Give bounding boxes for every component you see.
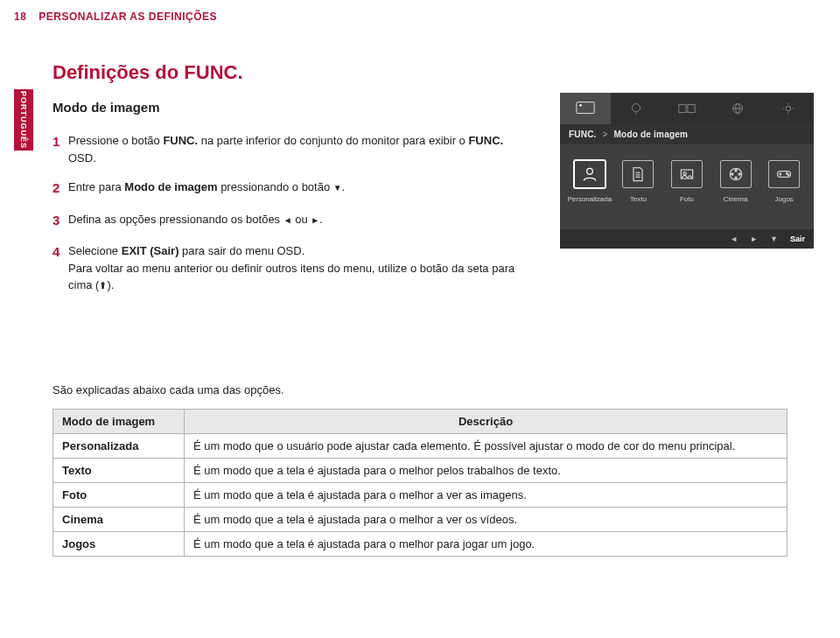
triangle-right-icon xyxy=(311,213,319,226)
document-icon xyxy=(622,160,654,188)
osd-mode-jogos[interactable]: Jogos xyxy=(761,160,807,203)
options-table: Modo de imagem Descrição PersonalizadaÉ … xyxy=(52,409,788,557)
osd-mode-texto[interactable]: Texto xyxy=(615,160,661,203)
svg-point-22 xyxy=(734,177,736,179)
nav-left-icon[interactable]: ◄ xyxy=(730,235,738,243)
page-header: 18 PERSONALIZAR AS DEFINIÇÕES xyxy=(0,0,840,28)
osd-panel: FUNC. > Modo de imagem Personalizada Tex… xyxy=(560,93,814,249)
svg-point-2 xyxy=(632,104,640,112)
dual-screen-icon xyxy=(677,101,696,116)
film-reel-icon xyxy=(720,160,752,188)
osd-mode-personalizada[interactable]: Personalizada xyxy=(567,160,612,203)
gamepad-icon xyxy=(768,160,800,188)
osd-tab-web[interactable] xyxy=(712,93,763,124)
osd-tab-dual[interactable] xyxy=(662,93,712,124)
table-row: Jogos É um modo que a tela é ajustada pa… xyxy=(53,532,788,557)
step-number: 1 xyxy=(52,132,68,166)
steps-list: 1 Pressione o botão FUNC. na parte infer… xyxy=(52,132,525,294)
globe-icon xyxy=(728,101,747,116)
osd-tab-bar xyxy=(560,93,814,124)
bulb-icon xyxy=(626,101,646,116)
svg-point-1 xyxy=(579,104,582,107)
step-1: 1 Pressione o botão FUNC. na parte infer… xyxy=(52,132,525,166)
table-header-desc: Descrição xyxy=(185,410,788,434)
step-2: 2 Entre para Modo de imagem pressionando… xyxy=(52,179,525,199)
explanation-section: São explicadas abaixo cada uma das opçõe… xyxy=(52,383,788,557)
main-content: Definições do FUNC. Modo de imagem 1 Pre… xyxy=(52,61,525,306)
svg-rect-0 xyxy=(577,102,594,114)
svg-point-30 xyxy=(788,174,789,176)
table-header-mode: Modo de imagem xyxy=(53,410,185,434)
gear-icon xyxy=(779,101,798,116)
person-icon xyxy=(574,160,606,188)
osd-tab-bulb[interactable] xyxy=(611,93,662,124)
section-title: PERSONALIZAR AS DEFINIÇÕES xyxy=(38,11,217,23)
table-row: TextoÉ um modo que a tela é ajustada par… xyxy=(53,459,788,483)
triangle-down-icon xyxy=(333,180,342,193)
picture-mode-icon xyxy=(576,101,595,116)
page-title: Definições do FUNC. xyxy=(52,61,525,84)
svg-point-24 xyxy=(738,173,740,175)
osd-exit-button[interactable]: Sair xyxy=(790,235,805,243)
svg-point-14 xyxy=(586,168,592,174)
svg-point-23 xyxy=(731,173,732,175)
step-4: 4 Selecione EXIT (Sair) para sair do men… xyxy=(52,242,525,294)
table-row: CinemaÉ um modo que a tela é ajustada pa… xyxy=(53,508,788,532)
step-number: 4 xyxy=(52,242,68,294)
svg-rect-4 xyxy=(679,104,686,112)
step-number: 3 xyxy=(52,211,68,231)
svg-point-21 xyxy=(734,170,736,172)
step-number: 2 xyxy=(52,179,68,199)
osd-breadcrumb: FUNC. > Modo de imagem xyxy=(560,124,814,144)
explanation-lead: São explicadas abaixo cada uma das opçõe… xyxy=(52,383,788,396)
svg-rect-5 xyxy=(688,104,695,112)
subtitle: Modo de imagem xyxy=(52,100,525,115)
language-tab: PORTUGUÊS xyxy=(14,89,33,151)
svg-point-9 xyxy=(786,106,791,111)
triangle-left-icon xyxy=(284,213,292,226)
breadcrumb-separator: > xyxy=(603,130,608,139)
osd-nav-bar: ◄ ► ▼ Sair xyxy=(560,229,814,249)
osd-mode-foto[interactable]: Foto xyxy=(664,160,710,203)
svg-point-29 xyxy=(787,172,788,174)
page-number: 18 xyxy=(14,11,26,23)
osd-tab-picture[interactable] xyxy=(560,93,611,124)
nav-down-icon[interactable]: ▼ xyxy=(770,235,778,243)
osd-tab-settings[interactable] xyxy=(763,93,814,124)
osd-mode-row: Personalizada Texto Foto Cinema Jogos xyxy=(560,144,814,215)
osd-mode-cinema[interactable]: Cinema xyxy=(713,160,759,203)
nav-right-icon[interactable]: ► xyxy=(750,235,758,243)
table-row: PersonalizadaÉ um modo que o usuário pod… xyxy=(53,434,788,459)
table-row: FotoÉ um modo que a tela é ajustada para… xyxy=(53,483,788,508)
step-3: 3 Defina as opções pressionando os botõe… xyxy=(52,211,525,231)
photo-icon xyxy=(671,160,703,188)
